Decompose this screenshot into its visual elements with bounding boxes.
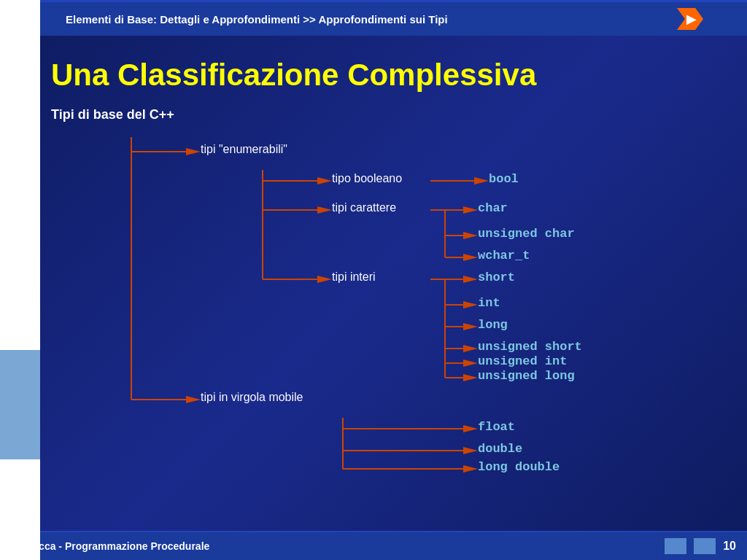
svg-marker-18 <box>463 232 478 239</box>
node-unsigned-int: unsigned int <box>478 354 567 368</box>
svg-marker-2 <box>186 148 201 155</box>
svg-marker-29 <box>463 345 478 352</box>
header-title: Elementi di Base: Dettagli e Approfondim… <box>66 13 448 26</box>
svg-marker-11 <box>317 276 332 283</box>
footer-bar: G. Mecca - Programmazione Procedurale 10 <box>0 531 747 560</box>
tree-diagram: tipi "enumerabili" tipo booleano bool ti… <box>58 130 715 487</box>
svg-marker-20 <box>463 254 478 261</box>
node-unsigned-short: unsigned short <box>478 340 582 354</box>
svg-marker-7 <box>317 177 332 184</box>
left-stripe <box>0 0 40 560</box>
node-wchar-t: wchar_t <box>478 249 530 262</box>
node-short: short <box>478 271 515 284</box>
svg-marker-9 <box>317 206 332 214</box>
node-unsigned-long: unsigned long <box>478 369 575 383</box>
svg-marker-25 <box>463 301 478 308</box>
node-unsigned-char: unsigned char <box>478 227 575 241</box>
footer-box-1 <box>665 538 686 554</box>
node-virgola-mobile: tipi in virgola mobile <box>201 391 303 404</box>
slide: Elementi di Base: Dettagli e Approfondim… <box>0 0 747 560</box>
main-content: Una Classificazione Complessiva Tipi di … <box>0 36 747 531</box>
svg-marker-13 <box>474 177 489 184</box>
footer-text: G. Mecca - Programmazione Procedurale <box>11 540 209 552</box>
footer-page: 10 <box>723 540 736 553</box>
svg-marker-22 <box>463 276 478 283</box>
svg-marker-15 <box>463 206 478 214</box>
svg-marker-36 <box>463 425 478 432</box>
node-interi: tipi interi <box>332 271 376 284</box>
node-carattere: tipi carattere <box>332 201 396 214</box>
svg-marker-31 <box>463 359 478 367</box>
svg-marker-33 <box>463 374 478 381</box>
header-bar: Elementi di Base: Dettagli e Approfondim… <box>0 0 747 36</box>
node-double: double <box>478 442 522 456</box>
svg-marker-38 <box>463 447 478 454</box>
node-float: float <box>478 420 515 434</box>
subtitle: Tipi di base del C++ <box>51 107 725 122</box>
footer-right: 10 <box>665 538 736 554</box>
node-enumerabili: tipi "enumerabili" <box>201 143 287 156</box>
node-int: int <box>478 296 500 310</box>
svg-marker-4 <box>186 396 201 403</box>
node-booleano: tipo booleano <box>332 172 402 185</box>
node-bool: bool <box>489 172 519 186</box>
node-long: long <box>478 318 508 332</box>
node-long-double: long double <box>478 460 560 474</box>
svg-marker-27 <box>463 323 478 330</box>
next-arrow-button[interactable]: ▶ <box>677 8 703 30</box>
node-char: char <box>478 201 508 215</box>
svg-marker-40 <box>463 465 478 472</box>
footer-box-2 <box>694 538 716 554</box>
page-title: Una Classificazione Complessiva <box>51 58 725 93</box>
left-stripe-accent <box>0 350 40 459</box>
